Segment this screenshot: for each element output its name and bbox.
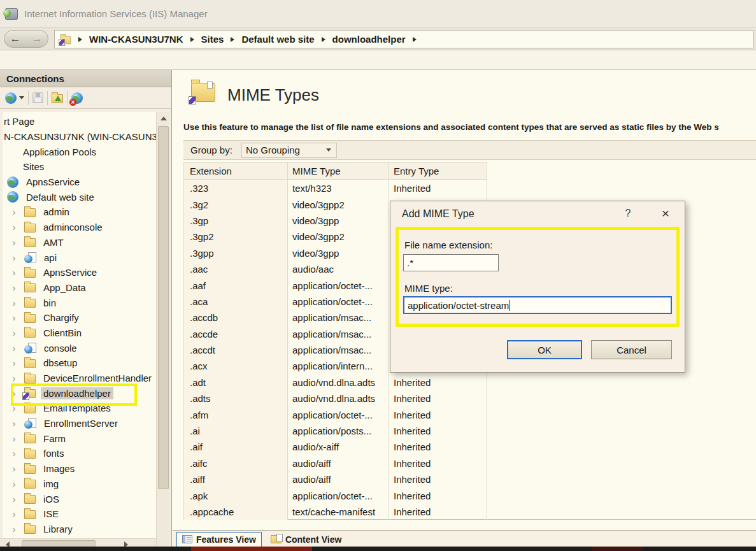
- chevron-right-icon[interactable]: ›: [10, 312, 18, 323]
- table-row[interactable]: .appcache text/cache-manifest Inherited: [184, 504, 487, 520]
- vertical-scroll-thumb[interactable]: [158, 126, 169, 489]
- chevron-right-icon[interactable]: ›: [10, 448, 18, 459]
- table-row[interactable]: .afm application/octet-... Inherited: [184, 406, 487, 422]
- chevron-right-icon[interactable]: ›: [10, 343, 18, 354]
- tree-item-label[interactable]: AMT: [41, 236, 66, 248]
- chevron-right-icon[interactable]: ›: [10, 494, 18, 504]
- tree-item[interactable]: › App_Data: [3, 280, 156, 296]
- cancel-button[interactable]: Cancel: [591, 340, 672, 359]
- chevron-right-icon[interactable]: ›: [10, 524, 18, 534]
- tree-item-label[interactable]: ApnsService: [41, 266, 99, 278]
- table-row[interactable]: .ai application/posts... Inherited: [184, 423, 487, 439]
- chevron-right-icon[interactable]: ›: [10, 237, 18, 248]
- tab-content-view[interactable]: Content View: [266, 532, 346, 547]
- tree-item-label[interactable]: EmailTemplates: [41, 402, 113, 414]
- menu-item[interactable]: [34, 59, 42, 61]
- chevron-right-icon[interactable]: ›: [10, 282, 18, 293]
- tree-item-label[interactable]: api: [41, 252, 59, 264]
- chevron-right-icon[interactable]: ›: [10, 418, 18, 429]
- create-connection-icon[interactable]: [5, 92, 17, 104]
- tree-item[interactable]: › fonts: [3, 446, 156, 461]
- tree-item-label[interactable]: ClientBin: [41, 327, 84, 339]
- table-row[interactable]: .323 text/h323 Inherited: [184, 180, 487, 196]
- breadcrumb-item[interactable]: WIN-CKASUN3U7NK: [71, 34, 183, 45]
- tree-vertical-scrollbar[interactable]: [156, 112, 169, 551]
- breadcrumb-label[interactable]: downloadhelper: [332, 34, 406, 45]
- column-header-extension[interactable]: Extension: [184, 162, 287, 179]
- group-by-dropdown[interactable]: No Grouping: [241, 143, 337, 158]
- tree-item[interactable]: › dbsetup: [3, 355, 156, 371]
- menu-item[interactable]: [13, 59, 21, 61]
- extension-input[interactable]: .*: [403, 254, 499, 271]
- chevron-down-icon[interactable]: [326, 148, 331, 152]
- tree-item-label[interactable]: DeviceEnrollmentHandler: [41, 372, 154, 384]
- tree-item-label[interactable]: Chargify: [41, 311, 82, 324]
- chevron-right-icon[interactable]: ›: [10, 478, 18, 489]
- tree-item[interactable]: › Application Pools: [3, 144, 156, 159]
- chevron-right-icon[interactable]: ›: [10, 463, 18, 474]
- tree-item-label[interactable]: iOS: [41, 493, 62, 505]
- tree-item[interactable]: › downloadhelper: [3, 385, 156, 401]
- tree-item[interactable]: › DeviceEnrollmentHandler: [3, 371, 156, 386]
- chevron-right-icon[interactable]: ›: [10, 373, 18, 383]
- close-icon[interactable]: ×: [658, 206, 673, 221]
- tree-item-label[interactable]: N-CKASUN3U7NK (WIN-CKASUN3: [4, 131, 156, 143]
- tree-item[interactable]: › Library: [3, 522, 156, 537]
- tree-item[interactable]: › ApnsService: [3, 265, 156, 280]
- breadcrumb-label[interactable]: WIN-CKASUN3U7NK: [89, 34, 183, 45]
- tree-item-label[interactable]: img: [41, 478, 61, 490]
- table-row[interactable]: .aiff audio/aiff Inherited: [184, 471, 487, 487]
- chevron-right-icon[interactable]: ›: [10, 206, 18, 217]
- table-row[interactable]: .aif audio/x-aiff Inherited: [184, 439, 487, 455]
- tree-item[interactable]: › ApnsService: [3, 175, 156, 190]
- tree-item[interactable]: › Chargify: [3, 310, 156, 326]
- tree-item-label[interactable]: Library: [41, 523, 75, 535]
- address-bar[interactable]: WIN-CKASUN3U7NK Sites Default web site d…: [54, 30, 753, 48]
- tree-item-label[interactable]: App_Data: [41, 282, 89, 294]
- forward-button[interactable]: →: [32, 32, 43, 45]
- tree-item[interactable]: › ClientBin: [3, 326, 156, 341]
- tree-item-label[interactable]: console: [41, 342, 80, 354]
- table-row[interactable]: .adts audio/vnd.dlna.adts Inherited: [184, 390, 487, 406]
- breadcrumb-item[interactable]: Sites: [183, 34, 224, 45]
- tree-item-label[interactable]: fonts: [41, 447, 67, 459]
- tree-item[interactable]: › console: [3, 340, 156, 355]
- back-button[interactable]: ←: [10, 32, 21, 45]
- mime-type-input[interactable]: application/octet-stream: [403, 296, 672, 314]
- table-row[interactable]: .aifc audio/aiff Inherited: [184, 455, 487, 471]
- chevron-right-icon[interactable]: ›: [10, 252, 18, 263]
- breadcrumb-item[interactable]: Default web site: [224, 34, 314, 45]
- tree-item[interactable]: › N-CKASUN3U7NK (WIN-CKASUN3: [3, 129, 156, 145]
- tree-item[interactable]: › admin: [3, 204, 156, 220]
- tree-item-label[interactable]: rt Page: [4, 115, 37, 127]
- tree-item-label[interactable]: Farm: [41, 433, 68, 445]
- tree-item[interactable]: › bin: [3, 295, 156, 310]
- table-row[interactable]: .apk application/octet-... Inherited: [184, 487, 487, 503]
- breadcrumb-item[interactable]: downloadhelper: [315, 34, 406, 45]
- tree-item-label[interactable]: dbsetup: [41, 357, 80, 369]
- tree-item[interactable]: › Sites: [3, 159, 156, 175]
- tree-item-label[interactable]: admin: [41, 206, 72, 218]
- connection-dropdown-icon[interactable]: [19, 96, 24, 99]
- tab-features-view[interactable]: Features View: [176, 532, 262, 547]
- tree-item[interactable]: › AMT: [3, 235, 156, 250]
- tree-item[interactable]: › iOS: [3, 491, 156, 506]
- delete-connection-icon[interactable]: [71, 92, 83, 104]
- tree-item[interactable]: › ISE: [3, 506, 156, 522]
- tree-item[interactable]: › EnrollmentServer: [3, 416, 156, 431]
- tree-item[interactable]: › Farm: [3, 431, 156, 446]
- tree-item-label[interactable]: Default web site: [24, 191, 97, 203]
- tree-item[interactable]: › EmailTemplates: [3, 401, 156, 416]
- save-connections-icon[interactable]: [32, 92, 43, 103]
- tree-item[interactable]: › img: [3, 476, 156, 492]
- ok-button[interactable]: OK: [507, 340, 582, 359]
- go-up-icon[interactable]: [52, 94, 63, 103]
- tree-item-label[interactable]: Images: [41, 462, 77, 475]
- breadcrumb-label[interactable]: Sites: [201, 34, 224, 45]
- help-icon[interactable]: ?: [622, 208, 634, 219]
- chevron-right-icon[interactable]: ›: [10, 388, 18, 399]
- tree-item[interactable]: › Default web site: [3, 189, 156, 204]
- tree-item[interactable]: › adminconsole: [3, 220, 156, 235]
- chevron-right-icon[interactable]: ›: [10, 357, 18, 368]
- tree-item-label[interactable]: bin: [41, 297, 59, 309]
